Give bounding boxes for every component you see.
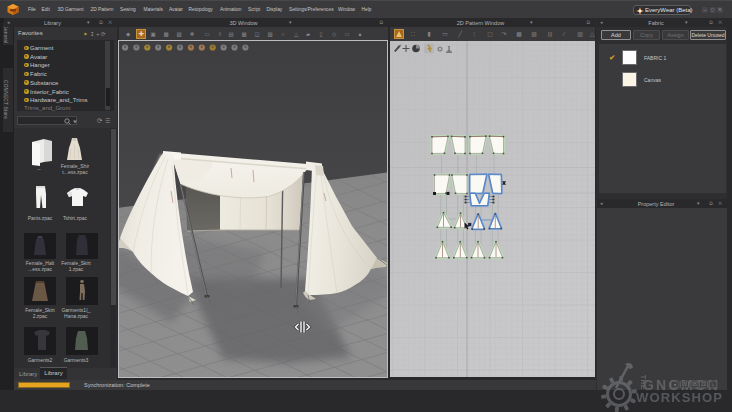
svg-text:WORKSHOP: WORKSHOP (636, 391, 723, 405)
